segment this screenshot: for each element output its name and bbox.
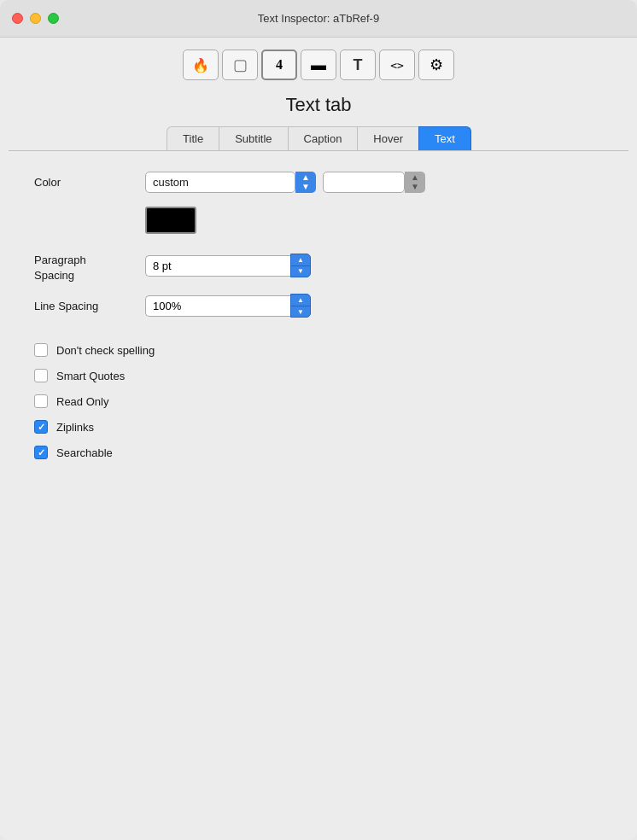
ziplinks-row: Ziplinks bbox=[34, 420, 603, 434]
text-toolbar-button[interactable]: T bbox=[340, 50, 376, 80]
main-window: Text Inspector: aTbRef-9 🔥 ▢ 4 ▬ T <> ⚙ … bbox=[0, 0, 637, 840]
tab-text[interactable]: Text bbox=[418, 126, 471, 150]
smart-quotes-checkbox[interactable] bbox=[34, 369, 48, 382]
color-secondary-select-wrapper: ▲ ▼ bbox=[323, 172, 425, 193]
paragraph-spacing-row: Paragraph Spacing ▲ ▼ bbox=[34, 248, 603, 283]
searchable-checkbox[interactable] bbox=[34, 446, 48, 459]
maximize-button[interactable] bbox=[48, 13, 59, 24]
line-spacing-up[interactable]: ▲ bbox=[291, 295, 310, 306]
ziplinks-checkbox[interactable] bbox=[34, 420, 48, 434]
square-toolbar-button[interactable]: ▢ bbox=[222, 50, 258, 80]
color-secondary-arrow-icon: ▲ ▼ bbox=[411, 173, 419, 191]
toolbar: 🔥 ▢ 4 ▬ T <> ⚙ bbox=[0, 38, 637, 89]
paragraph-spacing-input[interactable] bbox=[145, 255, 290, 277]
line-spacing-input[interactable] bbox=[145, 295, 290, 317]
dont-check-spelling-checkbox[interactable] bbox=[34, 343, 48, 357]
color-select-arrow-icon: ▲ ▼ bbox=[301, 173, 310, 191]
tab-hover[interactable]: Hover bbox=[357, 126, 419, 150]
color-swatch-wrapper bbox=[145, 207, 603, 234]
paragraph-spacing-down[interactable]: ▼ bbox=[291, 266, 310, 277]
smart-quotes-label: Smart Quotes bbox=[56, 370, 125, 382]
color-swatch[interactable] bbox=[145, 207, 196, 234]
dont-check-spelling-label: Don't check spelling bbox=[56, 344, 155, 357]
dont-check-spelling-row: Don't check spelling bbox=[34, 343, 603, 357]
content-area: Color custom ▲ ▼ ▲ bbox=[0, 151, 637, 840]
code-toolbar-button[interactable]: <> bbox=[379, 50, 415, 80]
line-spacing-label: Line Spacing bbox=[34, 300, 145, 312]
gear-toolbar-button[interactable]: ⚙ bbox=[418, 50, 454, 80]
line-spacing-arrows[interactable]: ▲ ▼ bbox=[290, 294, 311, 318]
flame-toolbar-button[interactable]: 🔥 bbox=[183, 50, 219, 80]
number-toolbar-button[interactable]: 4 bbox=[261, 50, 297, 80]
paragraph-spacing-arrows[interactable]: ▲ ▼ bbox=[290, 254, 311, 277]
smart-quotes-row: Smart Quotes bbox=[34, 369, 603, 382]
line-spacing-row: Line Spacing ▲ ▼ bbox=[34, 294, 603, 318]
minimize-button[interactable] bbox=[30, 13, 41, 24]
color-select-wrapper: custom ▲ ▼ bbox=[145, 172, 316, 193]
read-only-row: Read Only bbox=[34, 394, 603, 408]
traffic-lights bbox=[12, 13, 59, 24]
searchable-row: Searchable bbox=[34, 446, 603, 459]
color-row: Color custom ▲ ▼ ▲ bbox=[34, 172, 603, 193]
line-spacing-stepper: ▲ ▼ bbox=[145, 294, 311, 318]
color-secondary-select[interactable] bbox=[323, 172, 405, 193]
read-only-label: Read Only bbox=[56, 395, 108, 408]
tabs-row: Title Subtitle Caption Hover Text bbox=[9, 126, 628, 151]
color-select[interactable]: custom bbox=[145, 172, 295, 193]
color-select-arrow: ▲ ▼ bbox=[295, 172, 316, 193]
tab-caption[interactable]: Caption bbox=[288, 126, 359, 150]
layout-toolbar-button[interactable]: ▬ bbox=[301, 50, 336, 80]
line-spacing-down[interactable]: ▼ bbox=[291, 306, 310, 318]
section-title: Text tab bbox=[0, 89, 637, 126]
tab-subtitle[interactable]: Subtitle bbox=[219, 126, 288, 150]
color-secondary-arrow: ▲ ▼ bbox=[405, 172, 425, 193]
ziplinks-label: Ziplinks bbox=[56, 421, 94, 434]
titlebar: Text Inspector: aTbRef-9 bbox=[0, 0, 637, 38]
window-title: Text Inspector: aTbRef-9 bbox=[258, 12, 379, 25]
paragraph-spacing-label: Paragraph Spacing bbox=[34, 248, 145, 283]
paragraph-spacing-stepper: ▲ ▼ bbox=[145, 254, 311, 277]
close-button[interactable] bbox=[12, 13, 23, 24]
paragraph-spacing-up[interactable]: ▲ bbox=[291, 254, 310, 266]
color-label: Color bbox=[34, 176, 145, 189]
read-only-checkbox[interactable] bbox=[34, 394, 48, 408]
spacer bbox=[34, 331, 603, 343]
tab-title[interactable]: Title bbox=[167, 126, 219, 150]
searchable-label: Searchable bbox=[56, 446, 113, 459]
